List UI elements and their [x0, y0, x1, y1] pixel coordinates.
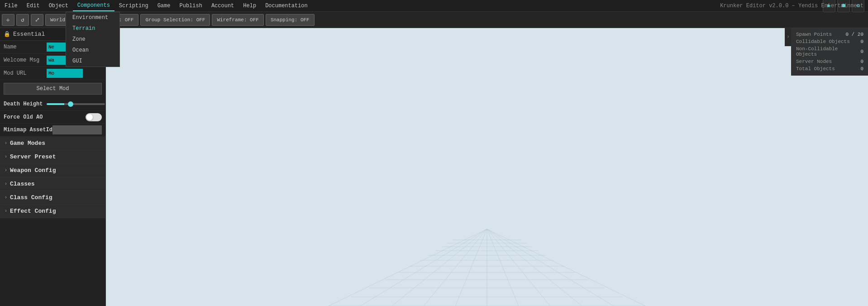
effect-config-chevron: › [5, 209, 7, 214]
svg-line-13 [360, 229, 487, 306]
total-objects-label: Total Objects [796, 66, 835, 72]
classes-section[interactable]: › Classes [0, 177, 105, 191]
total-objects-value: 0 [860, 66, 863, 72]
collidable-objects-value: 0 [860, 39, 863, 44]
lock-icon: 🔒 [4, 31, 10, 38]
force-old-ao-label: Force Old AO [4, 114, 86, 120]
viewport[interactable]: .grid-line { stroke: #b0c4ce; stroke-wid… [106, 28, 868, 306]
main-layout: 🔒 Essential Name Welcome Msg Mod URL Sel… [0, 28, 868, 306]
mod-url-row: Mod URL [0, 67, 105, 80]
menu-components[interactable]: Components [73, 0, 114, 11]
app-title: Krunker Editor v2.0.0 – Yendis Entertain… [720, 3, 863, 9]
effect-config-label: Effect Config [10, 208, 56, 215]
select-mod-button[interactable]: Select Mod [4, 83, 102, 95]
svg-line-22 [487, 229, 645, 306]
server-preset-label: Server Preset [10, 153, 56, 160]
dropdown-ocean[interactable]: Ocean [66, 45, 119, 56]
class-config-section[interactable]: › Class Config [0, 191, 105, 205]
class-config-chevron: › [5, 195, 7, 200]
server-preset-section[interactable]: › Server Preset [0, 150, 105, 164]
wireframe-button[interactable]: Wireframe: OFF [212, 14, 263, 26]
move-tool-button[interactable]: ✛ [2, 14, 14, 26]
death-height-label: Death Height [4, 101, 47, 107]
weapon-config-label: Weapon Config [10, 167, 56, 174]
menu-file[interactable]: File [0, 1, 22, 11]
mod-url-label: Mod URL [4, 70, 47, 76]
toolbar: ✛ ↺ ⤢ World Face Selection: OFF Group Se… [0, 12, 868, 28]
collidable-objects-label: Collidable Objects [796, 39, 850, 44]
expand-tool-button[interactable]: ⤢ [31, 14, 43, 26]
non-collidable-objects-label: Non-Collidable Objects [796, 46, 860, 57]
menu-publish[interactable]: Publish [175, 1, 206, 11]
classes-chevron: › [5, 182, 7, 186]
menu-documentation[interactable]: Documentation [261, 1, 312, 11]
svg-line-14 [392, 229, 487, 306]
total-objects-row: Total Objects 0 [796, 65, 863, 72]
welcome-msg-label: Welcome Msg [4, 57, 47, 63]
game-modes-label: Game Modes [10, 140, 45, 147]
class-config-label: Class Config [10, 194, 52, 201]
spawn-points-value: 0 / 20 [845, 32, 863, 37]
force-old-ao-toggle[interactable] [86, 113, 102, 121]
classes-label: Classes [10, 181, 35, 187]
dropdown-zone[interactable]: Zone [66, 34, 119, 45]
svg-line-20 [487, 229, 582, 306]
group-selection-button[interactable]: Group Selection: OFF [140, 14, 210, 26]
weapon-config-section[interactable]: › Weapon Config [0, 164, 105, 177]
death-height-row: Death Height -100 [0, 97, 105, 111]
collidable-objects-row: Collidable Objects 0 [796, 38, 863, 45]
menu-help[interactable]: Help [238, 1, 261, 11]
name-label: Name [4, 44, 47, 50]
minimap-input[interactable] [52, 125, 102, 134]
dropdown-environment[interactable]: Environment [66, 12, 119, 23]
death-height-slider-container: -100 [47, 101, 106, 107]
spawn-points-row: Spawn Points 0 / 20 [796, 31, 863, 38]
grid-floor: .grid-line { stroke: #b0c4ce; stroke-wid… [106, 206, 868, 306]
effect-config-section[interactable]: › Effect Config [0, 205, 105, 218]
non-collidable-objects-row: Non-Collidable Objects 0 [796, 45, 863, 58]
spawn-points-label: Spawn Points [796, 32, 832, 37]
weapon-config-chevron: › [5, 168, 7, 173]
left-panel: 🔒 Essential Name Welcome Msg Mod URL Sel… [0, 28, 106, 306]
server-nodes-label: Server Nodes [796, 59, 832, 64]
menu-scripting[interactable]: Scripting [114, 1, 153, 11]
menu-edit[interactable]: Edit [22, 1, 44, 11]
right-panel-collapse[interactable]: › [785, 28, 791, 46]
menu-account[interactable]: Account [207, 1, 238, 11]
snapping-button[interactable]: Snapping: OFF [266, 14, 315, 26]
dropdown-terrain[interactable]: Terrain [66, 23, 119, 34]
svg-line-12 [329, 229, 487, 306]
death-height-slider[interactable] [47, 103, 105, 105]
svg-line-18 [487, 229, 519, 306]
mod-url-input[interactable] [47, 69, 83, 78]
server-preset-chevron: › [5, 154, 7, 159]
svg-line-15 [424, 229, 487, 306]
non-collidable-objects-value: 0 [860, 49, 863, 54]
stats-box: Spawn Points 0 / 20 Collidable Objects 0… [791, 28, 868, 76]
menu-game[interactable]: Game [153, 1, 175, 11]
menu-object[interactable]: Object [44, 1, 73, 11]
svg-line-21 [487, 229, 614, 306]
minimap-row: Minimap AssetId [0, 124, 105, 137]
essential-label: Essential [13, 31, 45, 38]
server-nodes-row: Server Nodes 0 [796, 58, 863, 65]
svg-line-16 [455, 229, 487, 306]
game-modes-chevron: › [5, 141, 7, 146]
refresh-tool-button[interactable]: ↺ [16, 14, 29, 26]
dropdown-gui[interactable]: GUI [66, 56, 119, 67]
svg-line-19 [487, 229, 550, 306]
force-old-ao-row: Force Old AO [0, 111, 105, 124]
server-nodes-value: 0 [860, 59, 863, 64]
menu-bar: File Edit Object Components Scripting Ga… [0, 0, 868, 12]
minimap-label: Minimap AssetId [4, 127, 52, 133]
game-modes-section[interactable]: › Game Modes [0, 137, 105, 150]
components-dropdown: Environment Terrain Zone Ocean GUI [66, 12, 120, 67]
